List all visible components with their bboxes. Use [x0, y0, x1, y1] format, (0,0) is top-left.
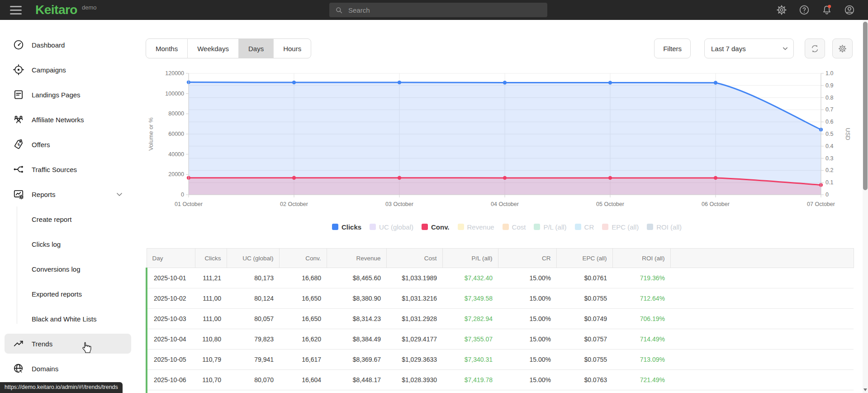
legend-label: Revenue — [467, 223, 494, 231]
tab-days[interactable]: Days — [238, 39, 273, 58]
filters-button[interactable]: Filters — [654, 38, 691, 58]
sidebar: DashboardCampaignsLandings PagesAffiliat… — [0, 20, 136, 393]
table-row: 2025-10-04110,8079,82316,620$8,384.49$1,… — [147, 329, 854, 350]
legend-label: CR — [584, 223, 594, 231]
left-axis-tick-label: 60000 — [168, 131, 184, 137]
account-button[interactable] — [844, 4, 855, 16]
sidebar-item-trends[interactable]: Trends — [5, 334, 131, 354]
scrollbar-down-arrow[interactable] — [863, 388, 867, 391]
left-axis-tick-label: 80000 — [168, 110, 184, 117]
legend-swatch — [503, 224, 509, 230]
sidebar-subitem-conversions-log[interactable]: Conversions log — [0, 259, 136, 279]
sidebar-subitem-exported-reports[interactable]: Exported reports — [0, 284, 136, 304]
legend-swatch — [602, 224, 608, 230]
legend-item-epc-all[interactable]: EPC (all) — [602, 223, 639, 231]
topbar: Keitaro demo — [0, 0, 868, 20]
help-button[interactable] — [798, 4, 810, 16]
cell-spacer — [670, 309, 854, 329]
notifications-button[interactable] — [821, 4, 833, 16]
legend-item-conv[interactable]: Conv. — [422, 223, 450, 231]
sidebar-item-domains[interactable]: Domains — [5, 359, 131, 379]
settings-button[interactable] — [776, 4, 787, 16]
cell-conv: 16,650 — [279, 288, 327, 309]
chart-settings-button[interactable] — [832, 38, 853, 58]
table-row: 2025-10-05110,7979,94116,617$8,369.67$1,… — [147, 350, 854, 370]
right-axis-tick-label: 0.3 — [825, 155, 833, 162]
legend-item-clicks[interactable]: Clicks — [332, 223, 361, 231]
app-logo[interactable]: Keitaro — [35, 4, 77, 16]
cell-uc-global: 80,070 — [227, 370, 279, 390]
sidebar-subitem-create-report[interactable]: Create report — [0, 209, 136, 229]
sidebar-subitem-clicks-log[interactable]: Clicks log — [0, 234, 136, 254]
cell-clicks: 111,00 — [195, 309, 227, 329]
x-axis-tick-label: 03 October — [385, 201, 413, 207]
sidebar-item-dashboard[interactable]: Dashboard — [5, 35, 131, 55]
left-axis-tick-label: 120000 — [165, 70, 184, 77]
sidebar-item-traffic-sources[interactable]: Traffic Sources — [5, 159, 131, 179]
legend-item-uc-global[interactable]: UC (global) — [370, 223, 413, 231]
clicks-data-point — [398, 81, 401, 84]
cell-revenue: $8,384.49 — [327, 329, 386, 350]
cell-clicks: 110,80 — [195, 329, 227, 350]
sidebar-item-label: Dashboard — [32, 41, 65, 49]
granularity-tabs: MonthsWeekdaysDaysHours — [146, 38, 311, 58]
refresh-button[interactable] — [805, 38, 825, 58]
vertical-scrollbar[interactable] — [863, 20, 868, 393]
right-axis-tick-label: 0.7 — [825, 106, 833, 113]
cell-p-l-all: $7,432.40 — [442, 268, 498, 288]
column-header-cost: Cost — [386, 249, 442, 268]
cell-roi-all: 719.36% — [612, 268, 670, 288]
legend-swatch — [422, 224, 428, 230]
cell-p-l-all: $7,349.58 — [442, 288, 498, 309]
dashboard-icon — [13, 39, 24, 51]
tab-weekdays[interactable]: Weekdays — [187, 39, 238, 58]
sidebar-item-offers[interactable]: $Offers — [5, 134, 131, 154]
search-input[interactable] — [348, 6, 542, 14]
legend-item-revenue[interactable]: Revenue — [458, 223, 494, 231]
sidebar-item-reports[interactable]: Reports — [5, 184, 131, 204]
x-axis-tick-label: 07 October — [807, 201, 835, 207]
chart-legend: ClicksUC (global)Conv.RevenueCostP/L (al… — [146, 222, 868, 231]
cell-revenue: $8,314.23 — [327, 309, 386, 329]
search-icon — [335, 6, 343, 14]
sidebar-item-label: Offers — [32, 141, 50, 149]
refresh-icon — [810, 44, 820, 53]
cell-clicks: 110,70 — [195, 370, 227, 390]
date-range-select[interactable]: Last 7 days — [704, 38, 794, 58]
cell-roi-all: 731.75% — [612, 390, 670, 393]
offers-icon: $ — [13, 139, 24, 150]
cell-day: 2025-10-02 — [147, 288, 195, 309]
toolbar: MonthsWeekdaysDaysHours Filters Last 7 d… — [146, 38, 868, 58]
legend-item-cost[interactable]: Cost — [503, 223, 526, 231]
legend-item-p-l-all[interactable]: P/L (all) — [534, 223, 566, 231]
sidebar-item-affiliate-networks[interactable]: Affiliate Networks — [5, 110, 131, 129]
cell-p-l-all: $4,341.08 — [442, 390, 498, 393]
legend-item-cr[interactable]: CR — [575, 223, 594, 231]
sidebar-subitem-black-and-white-lists[interactable]: Black and White Lists — [0, 309, 136, 329]
hamburger-menu-button[interactable] — [10, 4, 24, 16]
legend-swatch — [534, 224, 540, 230]
sidebar-item-landings-pages[interactable]: Landings Pages — [5, 85, 131, 105]
affiliate-networks-icon — [13, 114, 24, 125]
cell-day: 2025-10-05 — [147, 350, 195, 370]
tab-hours[interactable]: Hours — [273, 39, 311, 58]
legend-item-roi-all[interactable]: ROI (all) — [647, 223, 682, 231]
table-row: 2025-10-01111,2180,17316,680$8,465.60$1,… — [147, 268, 854, 288]
cell-revenue: $8,369.67 — [327, 350, 386, 370]
sidebar-subitem-label: Black and White Lists — [32, 315, 96, 323]
global-search[interactable] — [329, 3, 547, 17]
sidebar-subitem-label: Create report — [32, 216, 71, 223]
cell-conv: 16,620 — [279, 329, 327, 350]
gear-icon — [838, 44, 847, 53]
cell-conv: 16,604 — [279, 370, 327, 390]
cell-epc-all: $0.0749 — [556, 309, 612, 329]
scrollbar-thumb[interactable] — [863, 22, 868, 190]
cell-epc-all: $0.0761 — [556, 268, 612, 288]
sidebar-item-campaigns[interactable]: Campaigns — [5, 60, 131, 80]
cell-cr: 15.00% — [498, 350, 556, 370]
legend-label: ROI (all) — [656, 223, 682, 231]
tab-months[interactable]: Months — [146, 39, 187, 58]
sidebar-subitem-label: Clicks log — [32, 240, 61, 248]
cell-roi-all: 721.49% — [612, 370, 670, 390]
x-axis-tick-label: 06 October — [702, 201, 730, 207]
